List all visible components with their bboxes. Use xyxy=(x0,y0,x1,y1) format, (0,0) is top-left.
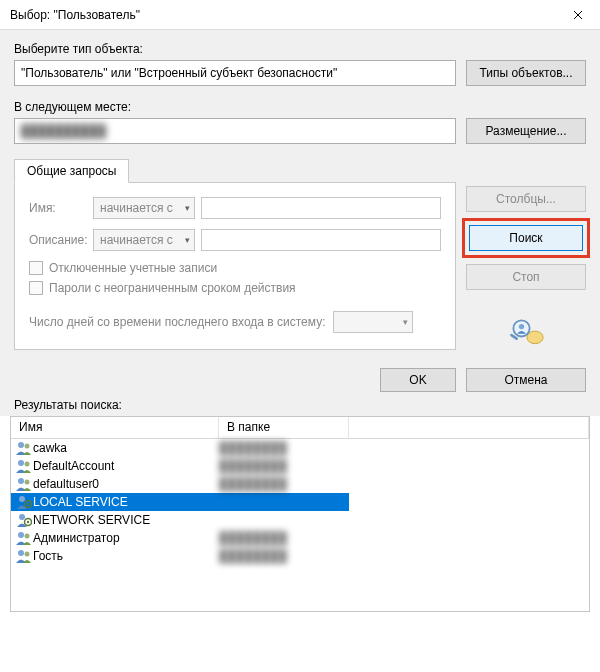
row-name: Администратор xyxy=(33,531,219,545)
user-icon xyxy=(15,477,33,491)
user-icon xyxy=(15,441,33,455)
table-row[interactable]: NETWORK SERVICE xyxy=(11,511,589,529)
ok-cancel-row: OK Отмена xyxy=(14,368,586,392)
search-highlight: Поиск xyxy=(462,218,590,258)
last-login-days-dropdown[interactable]: ▾ xyxy=(333,311,413,333)
row-folder: ████████ xyxy=(219,477,349,491)
search-button[interactable]: Поиск xyxy=(469,225,583,251)
table-row[interactable]: Гость████████ xyxy=(11,547,589,565)
chevron-down-icon: ▾ xyxy=(403,317,408,327)
columns-button[interactable]: Столбцы... xyxy=(466,186,586,212)
service-user-icon xyxy=(15,495,33,509)
tabstrip: Общие запросы xyxy=(14,158,586,182)
table-row[interactable]: Администратор████████ xyxy=(11,529,589,547)
common-queries-panel: Имя: начинается с ▾ Описание: начинается… xyxy=(14,182,456,350)
description-filter-combo[interactable]: начинается с ▾ xyxy=(93,229,195,251)
disabled-accounts-label: Отключенные учетные записи xyxy=(49,261,217,275)
table-row[interactable]: LOCAL SERVICE xyxy=(11,493,349,511)
object-type-field: "Пользователь" или "Встроенный субъект б… xyxy=(14,60,456,86)
nonexpiring-passwords-checkbox[interactable] xyxy=(29,281,43,295)
name-label: Имя: xyxy=(29,201,87,215)
locations-button[interactable]: Размещение... xyxy=(466,118,586,144)
last-login-row: Число дней со времени последнего входа в… xyxy=(29,311,441,333)
desc-filter-row: Описание: начинается с ▾ xyxy=(29,229,441,251)
name-input[interactable] xyxy=(201,197,441,219)
window-title: Выбор: "Пользователь" xyxy=(10,8,140,22)
side-button-column: Столбцы... Поиск Стоп xyxy=(466,182,586,350)
table-row[interactable]: DefaultAccount████████ xyxy=(11,457,589,475)
row-name: cawka xyxy=(33,441,219,455)
results-header: Имя В папке xyxy=(11,417,589,439)
last-login-label: Число дней со времени последнего входа в… xyxy=(29,315,325,329)
description-label: Описание: xyxy=(29,233,87,247)
row-name: Гость xyxy=(33,549,219,563)
column-header-name[interactable]: Имя xyxy=(11,417,219,439)
row-folder: ████████ xyxy=(219,441,349,455)
results-body: cawka████████DefaultAccount████████defau… xyxy=(11,439,589,565)
row-folder: ████████ xyxy=(219,549,349,563)
close-button[interactable] xyxy=(555,0,600,30)
disabled-accounts-checkbox[interactable] xyxy=(29,261,43,275)
user-icon xyxy=(15,459,33,473)
search-results-label: Результаты поиска: xyxy=(0,398,600,416)
column-header-spacer xyxy=(349,417,589,439)
user-icon xyxy=(15,531,33,545)
results-listview[interactable]: Имя В папке cawka████████DefaultAccount█… xyxy=(10,416,590,612)
row-name: DefaultAccount xyxy=(33,459,219,473)
titlebar: Выбор: "Пользователь" xyxy=(0,0,600,30)
row-folder: ████████ xyxy=(219,531,349,545)
row-name: LOCAL SERVICE xyxy=(33,495,219,509)
svg-point-0 xyxy=(527,331,543,344)
cancel-button[interactable]: Отмена xyxy=(466,368,586,392)
name-filter-mode: начинается с xyxy=(100,201,173,215)
nonexpiring-passwords-checkbox-row: Пароли с неограниченным сроком действия xyxy=(29,281,441,295)
chevron-down-icon: ▾ xyxy=(185,235,190,245)
description-input[interactable] xyxy=(201,229,441,251)
object-type-label: Выберите тип объекта: xyxy=(14,42,586,56)
svg-point-3 xyxy=(519,324,524,329)
ok-button[interactable]: OK xyxy=(380,368,456,392)
search-users-icon xyxy=(508,317,544,350)
name-filter-row: Имя: начинается с ▾ xyxy=(29,197,441,219)
chevron-down-icon: ▾ xyxy=(185,203,190,213)
disabled-accounts-checkbox-row: Отключенные учетные записи xyxy=(29,261,441,275)
row-folder: ████████ xyxy=(219,459,349,473)
service-user-icon xyxy=(15,513,33,527)
table-row[interactable]: defaultuser0████████ xyxy=(11,475,589,493)
location-field: ██████████ xyxy=(14,118,456,144)
row-name: NETWORK SERVICE xyxy=(33,513,219,527)
user-icon xyxy=(15,549,33,563)
object-types-button[interactable]: Типы объектов... xyxy=(466,60,586,86)
nonexpiring-passwords-label: Пароли с неограниченным сроком действия xyxy=(49,281,296,295)
column-header-folder[interactable]: В папке xyxy=(219,417,349,439)
close-icon xyxy=(573,10,583,20)
row-name: defaultuser0 xyxy=(33,477,219,491)
description-filter-mode: начинается с xyxy=(100,233,173,247)
table-row[interactable]: cawka████████ xyxy=(11,439,589,457)
name-filter-combo[interactable]: начинается с ▾ xyxy=(93,197,195,219)
dialog-body: Выберите тип объекта: "Пользователь" или… xyxy=(0,30,600,398)
location-label: В следующем месте: xyxy=(14,100,586,114)
tab-common-queries[interactable]: Общие запросы xyxy=(14,159,129,183)
stop-button[interactable]: Стоп xyxy=(466,264,586,290)
